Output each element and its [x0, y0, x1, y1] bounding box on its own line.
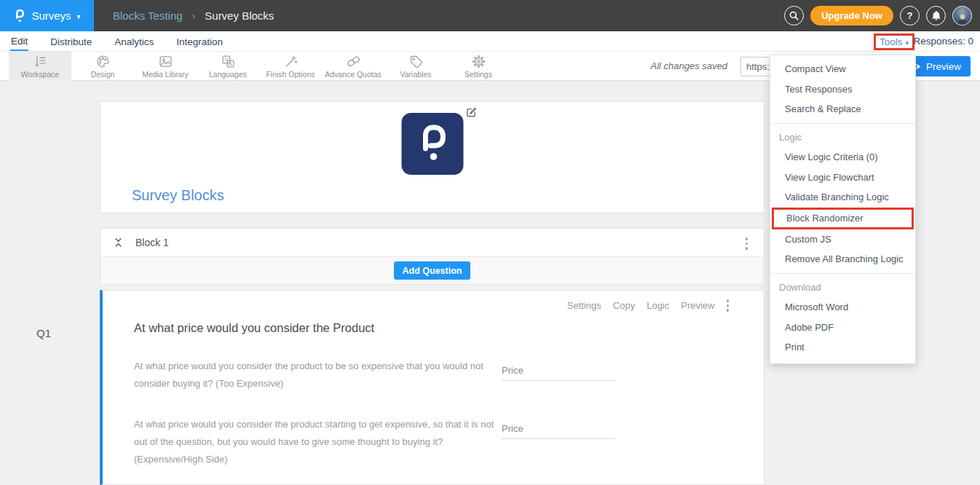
avatar[interactable] [952, 6, 972, 25]
menu-item-microsoft-word[interactable]: Microsoft Word [770, 297, 915, 318]
menu-item-adobe-pdf[interactable]: Adobe PDF [770, 318, 915, 338]
question-title[interactable]: At what price would you consider the Pro… [134, 321, 374, 335]
search-button[interactable] [784, 6, 804, 25]
save-status: All changes saved [650, 60, 727, 71]
add-question-row: Add Question [100, 257, 764, 284]
media-library-icon [158, 54, 173, 69]
chevron-down-icon: ▾ [905, 39, 909, 47]
breadcrumb-folder[interactable]: Blocks Testing [113, 9, 183, 22]
surveys-product-menu[interactable]: Surveys ▾ [0, 0, 94, 31]
toolbar-item-media-library[interactable]: Media Library [134, 52, 197, 81]
menu-item-search-replace[interactable]: Search & Replace [770, 99, 915, 119]
chevron-down-icon: ▾ [77, 12, 81, 20]
price-field-label: Price [502, 423, 615, 434]
design-palette-icon [95, 54, 111, 69]
toolbar-item-finish-options[interactable]: Finish Options [259, 52, 322, 81]
menu-item-custom-js[interactable]: Custom JS [770, 229, 915, 250]
languages-icon: x A [221, 54, 236, 69]
gear-icon [471, 54, 486, 69]
menu-item-remove-all-branching-logic[interactable]: Remove All Branching Logic [770, 249, 915, 269]
chain-links-icon [346, 54, 361, 69]
svg-text:x: x [225, 57, 228, 62]
block-menu-button[interactable] [746, 237, 748, 250]
toolbar-items: Workspace Design Media Library x A [9, 52, 510, 81]
question-settings-link[interactable]: Settings [567, 300, 601, 311]
breadcrumb: Blocks Testing › Survey Blocks [113, 0, 274, 31]
survey-logo[interactable] [401, 113, 463, 175]
tab-distribute[interactable]: Distribute [50, 33, 92, 50]
price-field: Price [502, 416, 615, 468]
menu-item-test-responses[interactable]: Test Responses [770, 79, 915, 100]
section-tabs: Edit Distribute Analytics Integration [10, 31, 224, 52]
product-name: Surveys [31, 9, 71, 22]
tab-analytics[interactable]: Analytics [114, 33, 154, 50]
collapse-block-button[interactable] [113, 237, 124, 251]
add-question-button[interactable]: Add Question [394, 261, 471, 280]
workspace-icon [33, 54, 48, 69]
block-card: Block 1 Add Question [100, 228, 764, 285]
magic-wand-icon [283, 54, 299, 69]
price-field: Price [502, 358, 615, 393]
questionpro-logo-icon [13, 8, 25, 24]
menu-item-view-logic-flowchart[interactable]: View Logic Flowchart [770, 167, 915, 188]
svg-text:A: A [229, 61, 232, 66]
questionpro-logo-icon [414, 122, 451, 166]
tools-dropdown[interactable]: Tools [880, 36, 903, 47]
price-field-label: Price [502, 365, 615, 376]
tab-integration[interactable]: Integration [175, 33, 224, 50]
top-navigation-bar: Surveys ▾ Blocks Testing › Survey Blocks… [0, 0, 980, 31]
toolbar-item-settings[interactable]: Settings [447, 52, 510, 81]
breadcrumb-separator-icon: › [192, 10, 196, 22]
menu-section-logic: Logic [770, 127, 915, 148]
question-number: Q1 [36, 327, 51, 339]
menu-divider [770, 273, 915, 274]
menu-item-print[interactable]: Print [770, 337, 915, 358]
breadcrumb-current: Survey Blocks [205, 9, 274, 22]
toolbar-item-variables[interactable]: Variables [384, 52, 447, 81]
menu-item-compact-view[interactable]: Compact View [770, 59, 915, 79]
menu-item-block-randomizer[interactable]: Block Randomizer [772, 208, 914, 229]
tab-edit[interactable]: Edit [10, 33, 28, 51]
price-input[interactable] [502, 438, 615, 439]
block-name[interactable]: Block 1 [135, 237, 169, 248]
price-input[interactable] [502, 380, 615, 381]
menu-item-view-logic-criteria[interactable]: View Logic Criteria (0) [770, 147, 915, 167]
section-nav: Edit Distribute Analytics Integration To… [0, 31, 980, 52]
question-logic-link[interactable]: Logic [647, 300, 669, 311]
survey-title[interactable]: Survey Blocks [132, 187, 224, 204]
question-row: At what price would you consider the pro… [134, 416, 615, 468]
question-card: Settings Copy Logic Preview At what pric… [100, 290, 764, 485]
tools-annotation-box: Tools ▾ [874, 33, 914, 50]
survey-header-card: Survey Blocks [100, 101, 764, 213]
question-row: At what price would you consider the pro… [134, 358, 615, 393]
help-button[interactable]: ? [900, 6, 920, 25]
question-actions: Settings Copy Logic Preview [567, 299, 729, 312]
question-row-text: At what price would you consider the pro… [134, 358, 499, 393]
toolbar-item-languages[interactable]: x A Languages [197, 52, 259, 81]
menu-item-validate-branching-logic[interactable]: Validate Branching Logic [770, 187, 915, 208]
menu-divider [770, 123, 915, 124]
question-row-text: At what price would you consider the pro… [134, 416, 499, 468]
question-menu-button[interactable] [727, 299, 730, 312]
responses-count[interactable]: Responses: 0 [913, 36, 973, 47]
search-icon [789, 10, 799, 21]
menu-section-download: Download [770, 277, 915, 298]
edit-logo-button[interactable] [466, 106, 477, 120]
question-mark-icon: ? [907, 10, 913, 21]
bell-icon [931, 10, 941, 21]
collapse-vertical-icon [113, 237, 124, 248]
edit-pencil-icon [466, 106, 477, 117]
notifications-button[interactable] [926, 6, 946, 25]
tools-dropdown-menu: Compact View Test Responses Search & Rep… [770, 55, 916, 364]
person-icon [955, 14, 970, 25]
toolbar-item-advance-quotas[interactable]: Advance Quotas [322, 52, 384, 81]
topbar-actions: Upgrade Now ? [784, 0, 972, 31]
question-copy-link[interactable]: Copy [613, 300, 635, 311]
block-header: Block 1 [100, 229, 764, 257]
tag-icon [408, 54, 424, 69]
upgrade-now-button[interactable]: Upgrade Now [810, 6, 893, 25]
question-preview-link[interactable]: Preview [681, 300, 714, 311]
toolbar-item-design[interactable]: Design [71, 52, 134, 81]
toolbar-item-workspace[interactable]: Workspace [9, 52, 71, 81]
